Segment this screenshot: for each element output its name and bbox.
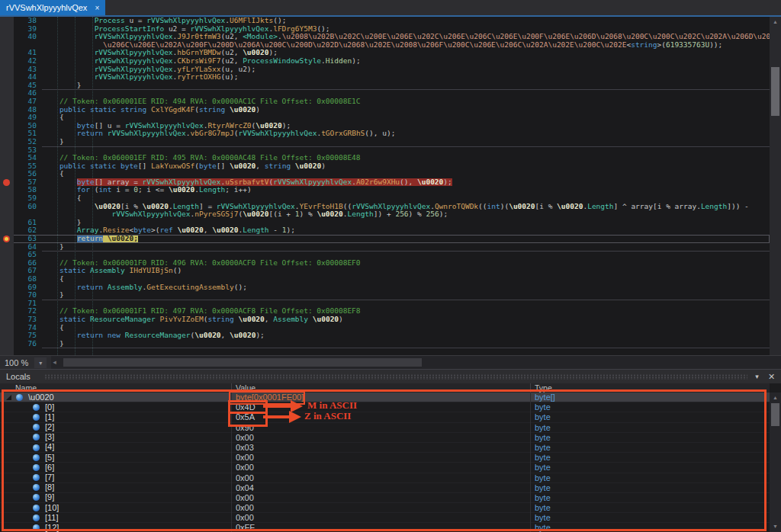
variable-value[interactable]: 0x00 [231,473,530,482]
scroll-up-icon[interactable]: ▲ [770,18,781,27]
breakpoint-margin[interactable] [0,332,14,340]
code-line[interactable]: 76 } [0,340,770,348]
column-separator[interactable] [530,393,531,532]
code-line[interactable]: 59 { [0,194,770,203]
column-header-value[interactable]: Value [231,383,530,393]
column-separator[interactable] [231,393,232,532]
breakpoint-margin[interactable] [0,146,14,155]
variable-value[interactable]: 0x00 [231,503,530,512]
breakpoint-margin[interactable] [0,259,14,268]
breakpoint-margin[interactable] [0,194,14,203]
editor-horizontal-scrollbar[interactable]: ◂ [51,356,781,370]
locals-name-cell[interactable]: [10] [0,503,231,512]
code-line[interactable]: 64 } [0,243,770,252]
breakpoint-margin[interactable] [0,226,14,235]
code-line[interactable]: 72 // Token: 0x060001F1 RID: 497 RVA: 0x… [0,307,770,316]
locals-row[interactable]: \u0020byte[0x0001FE00]byte[] [0,393,770,402]
breakpoint-margin[interactable] [0,348,14,355]
editor-vertical-scrollbar[interactable]: ▲ [770,17,781,355]
expander-icon[interactable] [6,395,11,400]
code-line[interactable]: 54 // Token: 0x060001EF RID: 495 RVA: 0x… [0,154,770,162]
code-line[interactable]: 73 static ResourceManager PivYvIZoEM(str… [0,316,770,324]
locals-name-cell[interactable]: [0] [0,402,231,412]
code-line[interactable]: 49 { [0,114,770,122]
locals-row[interactable]: [1]0x5Abyte [0,412,770,422]
code-line[interactable]: 75 return new ResourceManager(\u0020, \u… [0,332,770,340]
breakpoint-margin[interactable] [0,186,14,194]
scrollbar-thumb[interactable] [771,403,779,426]
locals-name-cell[interactable]: [8] [0,483,231,492]
breakpoint-margin[interactable] [0,235,14,243]
code-line[interactable]: \u206C\u206E\u202A\u200F\u200D\u206A\u20… [0,41,770,50]
column-header-name[interactable]: Name [0,383,231,393]
breakpoint-margin[interactable] [0,114,14,122]
locals-row[interactable]: [3]0x00byte [0,433,770,443]
code-line[interactable]: 69 return Assembly.GetExecutingAssembly(… [0,284,770,292]
variable-value[interactable]: byte[0x0001FE00] [231,393,530,402]
locals-row[interactable]: [5]0x00byte [0,453,770,463]
breakpoint-margin[interactable] [0,82,14,90]
variable-value[interactable]: 0x00 [231,433,530,442]
breakpoint-margin[interactable] [0,130,14,138]
locals-row[interactable]: [8]0x04byte [0,483,770,493]
breakpoint-margin[interactable] [0,41,14,50]
variable-value[interactable]: 0x4D [231,402,530,412]
locals-title-bar[interactable]: Locals ▾ ✕ [0,370,781,383]
code-line[interactable]: 68 { [0,275,770,284]
code-line[interactable]: 67 static Assembly IHdYUIBjSn() [0,267,770,275]
locals-row[interactable]: [11]0x00byte [0,513,770,523]
code-blank-line[interactable]: 71 [0,300,770,308]
code-line[interactable]: 48 public static string CxlYGgdK4F(strin… [0,106,770,114]
zoom-level-select[interactable]: 100 % [0,356,33,370]
code-line[interactable]: 38 Process u = rVVSwhXlpyyyhlvQex.U6MFlI… [0,17,770,25]
breakpoint-margin[interactable] [0,210,14,219]
code-line[interactable]: 74 { [0,324,770,332]
breakpoint-margin[interactable] [0,66,14,74]
code-line[interactable]: 41 rVVSwhXlpyyyhlvQex.hbGrnYBMDw(u2, \u0… [0,49,770,57]
code-line[interactable]: 62 Array.Resize<byte>(ref \u0020, \u0020… [0,226,770,235]
breakpoint-margin[interactable] [0,33,14,41]
locals-row[interactable]: [0]0x4Dbyte [0,402,770,412]
breakpoint-margin[interactable] [0,17,14,25]
breakpoint-current-statement-icon[interactable] [3,236,10,242]
code-blank-line[interactable]: 53 [0,146,770,155]
locals-name-cell[interactable]: [9] [0,493,231,502]
breakpoint-margin[interactable] [0,106,14,114]
code-line[interactable]: 61 } [0,219,770,227]
breakpoint-margin[interactable] [0,291,14,300]
breakpoint-margin[interactable] [0,284,14,292]
locals-name-cell[interactable]: [1] [0,412,231,421]
locals-name-cell[interactable]: [3] [0,433,231,442]
locals-row[interactable]: [6]0x00byte [0,463,770,473]
breakpoint-margin[interactable] [0,122,14,130]
code-blank-line[interactable] [0,348,770,355]
scrollbar-thumb[interactable] [63,358,422,367]
locals-row[interactable]: [9]0x00byte [0,493,770,503]
breakpoint-margin[interactable] [0,138,14,146]
breakpoint-icon[interactable] [3,179,10,186]
locals-vertical-scrollbar[interactable]: ▲ ▼ [770,393,781,532]
code-line[interactable]: 45 } [0,82,770,90]
scrollbar-thumb[interactable] [771,67,779,116]
scroll-up-icon[interactable]: ▲ [770,393,781,402]
code-line[interactable]: 63 return \u0020; [0,235,770,243]
variable-value[interactable]: 0xFF [231,523,530,532]
breakpoint-margin[interactable] [0,307,14,316]
breakpoint-margin[interactable] [0,219,14,227]
variable-value[interactable]: 0x90 [231,423,530,432]
locals-row[interactable]: [10]0x00byte [0,503,770,513]
variable-value[interactable]: 0x00 [231,463,530,472]
scroll-left-icon[interactable]: ◂ [53,357,56,367]
breakpoint-margin[interactable] [0,89,14,98]
locals-name-cell[interactable]: [11] [0,513,231,522]
breakpoint-margin[interactable] [0,98,14,106]
breakpoint-margin[interactable] [0,178,14,187]
breakpoint-margin[interactable] [0,243,14,252]
breakpoint-margin[interactable] [0,340,14,348]
chevron-down-icon[interactable]: ▾ [34,357,47,368]
document-tab[interactable]: rVVSwhXlpyyyhlvQex × [0,0,105,15]
code-blank-line[interactable]: 65 [0,251,770,259]
code-line[interactable]: 70 } [0,291,770,300]
code-line[interactable]: 40 rVVSwhXlpyyyhlvQex.J9Jr0tfmW3(u2, <Mo… [0,33,770,41]
breakpoint-margin[interactable] [0,154,14,162]
